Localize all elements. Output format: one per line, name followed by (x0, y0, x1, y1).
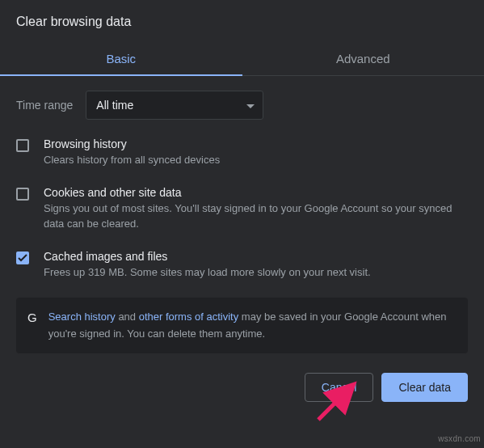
info-box: G Search history and other forms of acti… (16, 298, 468, 353)
option-text: Cookies and other site data Signs you ou… (44, 186, 468, 232)
google-icon: G (27, 311, 37, 324)
time-range-row: Time range All time (16, 91, 468, 120)
clear-browsing-dialog: Clear browsing data Basic Advanced Time … (0, 0, 484, 415)
checkbox-browsing-history[interactable] (16, 139, 29, 152)
dialog-actions: Cancel Clear data (16, 373, 468, 402)
checkbox-cache[interactable] (16, 251, 29, 264)
options-list: Browsing history Clears history from all… (16, 137, 468, 280)
clear-data-button[interactable]: Clear data (381, 373, 468, 402)
chevron-down-icon (246, 99, 255, 112)
time-range-label: Time range (16, 99, 73, 112)
tabs: Basic Advanced (0, 44, 484, 76)
other-activity-link[interactable]: other forms of activity (139, 311, 239, 323)
watermark: wsxdn.com (438, 434, 481, 443)
option-title: Browsing history (44, 137, 468, 150)
option-desc: Signs you out of most sites. You'll stay… (44, 201, 468, 232)
option-text: Cached images and files Frees up 319 MB.… (44, 250, 468, 281)
option-desc: Clears history from all synced devices (44, 153, 468, 168)
option-text: Browsing history Clears history from all… (44, 137, 468, 168)
checkbox-cookies[interactable] (16, 188, 29, 201)
option-cache: Cached images and files Frees up 319 MB.… (16, 250, 468, 281)
option-title: Cookies and other site data (44, 186, 468, 199)
search-history-link[interactable]: Search history (48, 311, 116, 323)
option-cookies: Cookies and other site data Signs you ou… (16, 186, 468, 232)
option-browsing-history: Browsing history Clears history from all… (16, 137, 468, 168)
time-range-value: All time (96, 99, 133, 112)
cancel-button[interactable]: Cancel (305, 373, 374, 402)
option-desc: Frees up 319 MB. Some sites may load mor… (44, 265, 468, 281)
tab-basic[interactable]: Basic (0, 44, 242, 75)
option-title: Cached images and files (44, 250, 468, 263)
time-range-select[interactable]: All time (86, 91, 263, 120)
info-text: Search history and other forms of activi… (48, 309, 457, 341)
dialog-title: Clear browsing data (16, 15, 468, 29)
tab-advanced[interactable]: Advanced (242, 44, 485, 75)
